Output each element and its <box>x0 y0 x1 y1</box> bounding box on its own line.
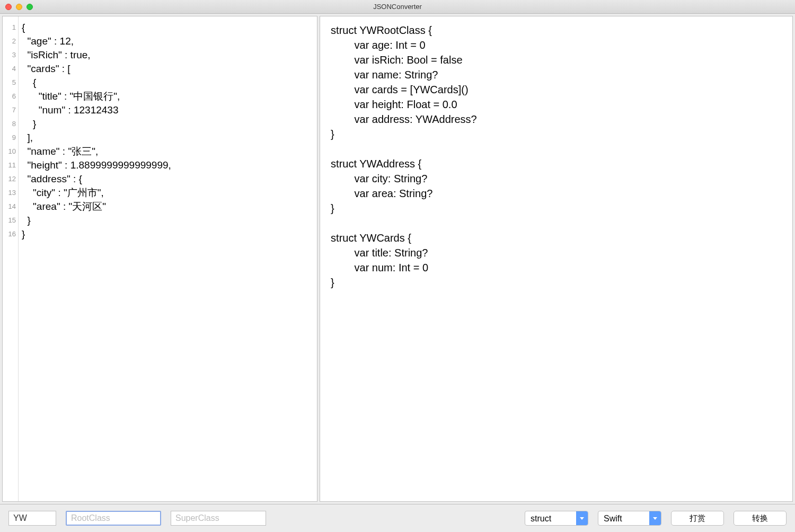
prefix-input[interactable] <box>8 511 56 526</box>
line-number: 9 <box>3 131 16 145</box>
line-number: 11 <box>3 158 16 172</box>
convert-button[interactable]: 转换 <box>734 511 787 526</box>
language-select-wrap: Swift <box>598 511 661 526</box>
line-number: 16 <box>3 227 16 241</box>
line-number: 10 <box>3 145 16 158</box>
bottom-toolbar: struct Swift 打赏 转换 <box>0 504 795 532</box>
line-number: 2 <box>3 34 16 48</box>
line-number: 1 <box>3 21 16 34</box>
line-number: 7 <box>3 103 16 117</box>
traffic-lights <box>0 4 33 10</box>
super-class-input[interactable] <box>171 511 266 526</box>
code-output-pane[interactable]: struct YWRootClass { var age: Int = 0 va… <box>320 16 793 502</box>
language-select[interactable]: Swift <box>598 511 661 526</box>
type-select-wrap: struct <box>525 511 588 526</box>
line-number: 14 <box>3 200 16 214</box>
donate-button[interactable]: 打赏 <box>671 511 724 526</box>
line-number-gutter: 12345678910111213141516 <box>3 16 19 501</box>
line-number: 6 <box>3 90 16 103</box>
app-window: JSONConverter 12345678910111213141516 { … <box>0 0 795 532</box>
line-number: 15 <box>3 214 16 227</box>
line-number: 12 <box>3 172 16 186</box>
maximize-icon[interactable] <box>26 4 33 10</box>
line-number: 4 <box>3 62 16 76</box>
close-icon[interactable] <box>5 4 12 10</box>
root-class-input[interactable] <box>66 511 161 526</box>
line-number: 13 <box>3 186 16 200</box>
line-number: 8 <box>3 117 16 131</box>
window-title: JSONConverter <box>373 3 422 11</box>
json-input-editor[interactable]: { "age" : 12, "isRich" : true, "cards" :… <box>19 16 317 501</box>
type-select[interactable]: struct <box>525 511 588 526</box>
titlebar: JSONConverter <box>0 0 795 14</box>
line-number: 3 <box>3 48 16 62</box>
minimize-icon[interactable] <box>16 4 22 10</box>
line-number: 5 <box>3 76 16 90</box>
content-area: 12345678910111213141516 { "age" : 12, "i… <box>0 14 795 504</box>
json-input-pane: 12345678910111213141516 { "age" : 12, "i… <box>2 16 317 502</box>
